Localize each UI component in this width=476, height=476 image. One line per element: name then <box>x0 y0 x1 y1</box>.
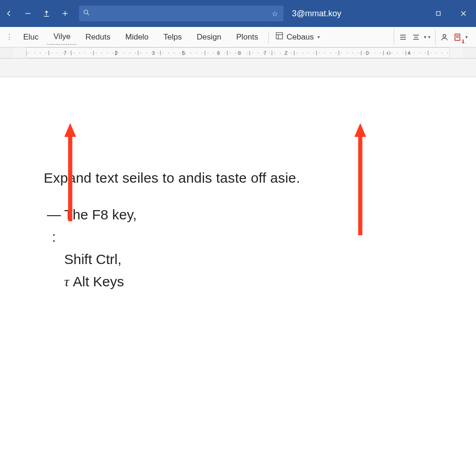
svg-point-67 <box>274 53 275 53</box>
svg-point-33 <box>85 53 86 53</box>
search-box[interactable]: ☆ <box>79 6 284 21</box>
svg-point-54 <box>202 53 203 53</box>
document-page[interactable]: Expand text seiles to andis taste off as… <box>0 77 476 476</box>
minimize-button[interactable] <box>19 0 37 27</box>
svg-text:O: O <box>387 50 390 56</box>
align-center-button[interactable] <box>410 31 422 43</box>
svg-point-47 <box>163 53 164 53</box>
svg-point-83 <box>364 53 364 53</box>
menu-eluc[interactable]: Eluc <box>17 30 45 45</box>
svg-point-37 <box>107 53 108 53</box>
svg-rect-7 <box>436 12 440 15</box>
svg-text:7: 7 <box>264 50 266 56</box>
menu-design[interactable]: Design <box>190 30 228 45</box>
menu-midelo[interactable]: Midelo <box>119 30 155 45</box>
badge-count: 1 <box>462 39 464 44</box>
svg-marker-130 <box>355 124 366 235</box>
svg-point-64 <box>258 53 258 53</box>
svg-point-32 <box>79 53 80 53</box>
user-icon[interactable] <box>438 31 450 43</box>
svg-point-39 <box>118 53 119 53</box>
cebaus-dropdown[interactable]: Cebaus ▾ <box>272 31 323 43</box>
svg-point-89 <box>397 53 398 53</box>
account-label[interactable]: 3@mmat.koy <box>292 9 341 19</box>
star-icon[interactable]: ☆ <box>270 9 280 18</box>
svg-point-51 <box>185 53 186 53</box>
back-button[interactable] <box>0 0 19 27</box>
user-group: 1 ▾ <box>435 29 470 45</box>
svg-point-85 <box>375 53 376 53</box>
svg-point-29 <box>62 53 63 53</box>
chevron-down-icon[interactable]: ▾ <box>465 34 468 40</box>
document-list[interactable]: — : The F8 key, Shift Ctrl, τ Alt Keys <box>44 204 137 293</box>
svg-point-36 <box>101 53 102 53</box>
svg-point-68 <box>280 53 281 53</box>
list-item[interactable]: — : The F8 key, <box>44 204 137 248</box>
svg-point-63 <box>252 53 253 53</box>
svg-point-41 <box>129 53 130 53</box>
svg-text:2: 2 <box>115 50 118 56</box>
annotation-arrow-right <box>351 124 370 237</box>
svg-point-92 <box>414 53 415 53</box>
list-text: Shift Ctrl, <box>64 248 121 271</box>
svg-point-58 <box>224 53 225 53</box>
svg-point-66 <box>269 53 270 53</box>
svg-point-55 <box>207 53 208 53</box>
svg-point-27 <box>51 53 52 53</box>
menu-vilye[interactable]: Vilye <box>47 29 77 45</box>
svg-point-28 <box>57 53 58 53</box>
svg-text:7: 7 <box>64 50 66 56</box>
svg-point-71 <box>297 53 298 53</box>
svg-point-43 <box>140 53 141 53</box>
menu-plonts[interactable]: Plonts <box>230 30 264 45</box>
svg-point-73 <box>308 53 309 53</box>
svg-point-26 <box>46 53 46 53</box>
search-input[interactable] <box>93 10 267 17</box>
svg-text:6: 6 <box>217 50 220 56</box>
svg-point-79 <box>341 53 342 53</box>
svg-point-94 <box>425 53 426 53</box>
svg-point-52 <box>191 53 192 53</box>
svg-text:0: 0 <box>366 50 369 56</box>
share-button[interactable] <box>37 0 56 27</box>
chevron-down-icon[interactable]: ▾ <box>428 34 430 40</box>
svg-point-84 <box>369 53 370 53</box>
new-tab-button[interactable] <box>56 0 74 27</box>
ruler-left-edge <box>0 47 13 58</box>
svg-rect-10 <box>277 33 283 39</box>
horizontal-ruler[interactable]: 7235687Z0O4 <box>26 47 450 58</box>
ribbon-right: ▾ ▾ 1 ▾ <box>394 29 476 45</box>
page-layout-icon <box>275 32 284 42</box>
svg-point-49 <box>174 53 175 53</box>
list-bullet: τ <box>64 271 69 293</box>
search-icon <box>83 9 90 18</box>
svg-point-76 <box>324 53 325 53</box>
list-item[interactable]: Shift Ctrl, <box>64 248 137 271</box>
document-paragraph[interactable]: Expand text seiles to andis taste off as… <box>44 170 300 186</box>
svg-point-80 <box>347 53 348 53</box>
svg-text:3: 3 <box>152 50 155 56</box>
svg-point-24 <box>34 53 35 53</box>
document-badge-icon[interactable]: 1 <box>451 31 463 43</box>
svg-text:5: 5 <box>182 50 185 56</box>
svg-point-35 <box>96 53 97 53</box>
svg-point-44 <box>146 53 147 53</box>
svg-point-81 <box>352 53 353 53</box>
menu-reduts[interactable]: Reduts <box>79 30 117 45</box>
svg-point-19 <box>443 34 446 37</box>
svg-point-5 <box>84 10 88 14</box>
list-item[interactable]: τ Alt Keys <box>64 271 137 293</box>
menu-telps[interactable]: Telps <box>157 30 189 45</box>
svg-point-82 <box>358 53 359 53</box>
svg-text:8: 8 <box>238 50 241 56</box>
separator <box>268 31 269 43</box>
chevron-down-icon: ▾ <box>317 34 320 40</box>
restore-button[interactable] <box>426 0 451 27</box>
svg-point-75 <box>319 53 320 53</box>
svg-point-50 <box>179 53 180 53</box>
align-justify-button[interactable] <box>397 31 409 43</box>
ruler-gap <box>0 59 476 77</box>
chevron-down-icon[interactable]: ▾ <box>424 34 426 40</box>
close-button[interactable] <box>451 0 476 27</box>
cebaus-label: Cebaus <box>286 33 314 42</box>
